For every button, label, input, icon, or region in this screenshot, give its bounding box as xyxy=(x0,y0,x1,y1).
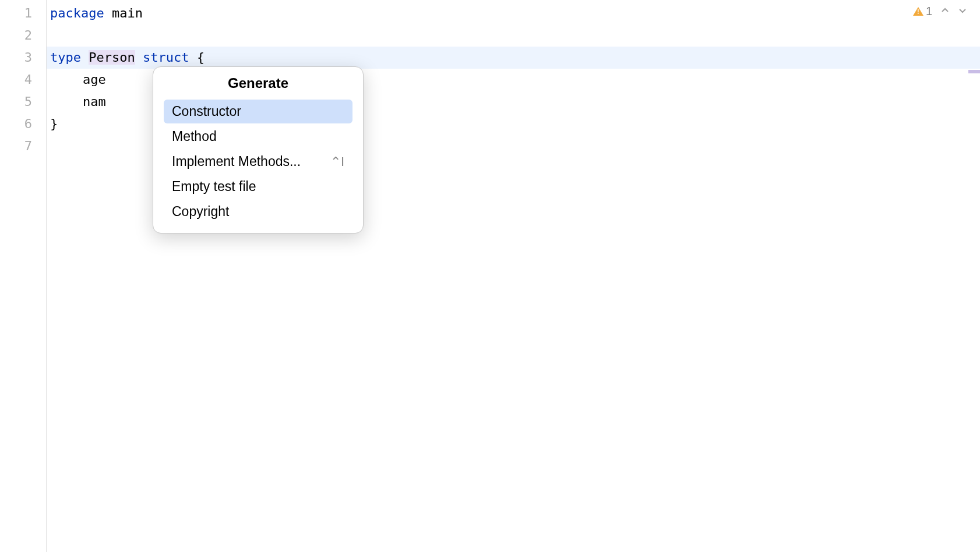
popup-item-implement-methods[interactable]: Implement Methods... ⌃I xyxy=(164,150,352,174)
line-number-7[interactable]: 7 xyxy=(0,135,46,157)
gutter: 1 2 3 4 5 6 7 xyxy=(0,0,47,552)
line-number-2[interactable]: 2 xyxy=(0,24,46,47)
type-name-person: Person xyxy=(89,50,135,65)
popup-list: Constructor Method Implement Methods... … xyxy=(164,100,352,224)
code-line-2[interactable] xyxy=(50,24,980,47)
popup-item-constructor[interactable]: Constructor xyxy=(164,100,352,123)
code-line-3[interactable]: type Person struct { xyxy=(47,47,980,69)
popup-item-copyright[interactable]: Copyright xyxy=(164,200,352,224)
popup-item-label: Constructor xyxy=(172,104,241,119)
line-number-1[interactable]: 1 xyxy=(0,2,46,24)
line-number-5[interactable]: 5 xyxy=(0,91,46,113)
line-number-4[interactable]: 4 xyxy=(0,69,46,91)
field-age: age xyxy=(83,72,106,87)
popup-item-shortcut: ⌃I xyxy=(330,154,344,169)
error-stripe-marker[interactable] xyxy=(968,70,980,73)
generate-popup: Generate Constructor Method Implement Me… xyxy=(153,66,364,233)
code-line-1[interactable]: package main xyxy=(50,2,980,24)
line-number-3[interactable]: 3 xyxy=(0,47,46,69)
line-number-6[interactable]: 6 xyxy=(0,113,46,135)
popup-item-label: Method xyxy=(172,129,217,144)
field-name: nam xyxy=(83,94,106,109)
keyword-package: package xyxy=(50,6,104,20)
warning-count: 1 xyxy=(926,5,932,18)
editor-container: 1 2 3 4 5 6 7 package main type Person s… xyxy=(0,0,980,552)
identifier-main: main xyxy=(112,6,143,20)
popup-item-label: Copyright xyxy=(172,204,229,220)
popup-item-empty-test-file[interactable]: Empty test file xyxy=(164,175,352,199)
chevron-down-icon[interactable] xyxy=(958,5,967,18)
popup-title: Generate xyxy=(164,75,352,91)
popup-item-label: Empty test file xyxy=(172,179,256,194)
keyword-type: type xyxy=(50,50,81,65)
brace-close: } xyxy=(50,116,58,131)
warning-badge[interactable]: 1 xyxy=(913,5,932,18)
code-area[interactable]: package main type Person struct { age na… xyxy=(47,0,980,552)
status-indicators: 1 xyxy=(913,5,967,18)
warning-icon xyxy=(913,7,923,16)
brace-open: { xyxy=(197,50,205,65)
chevron-up-icon[interactable] xyxy=(940,5,950,18)
popup-item-method[interactable]: Method xyxy=(164,125,352,148)
keyword-struct: struct xyxy=(143,50,189,65)
popup-item-label: Implement Methods... xyxy=(172,154,301,169)
